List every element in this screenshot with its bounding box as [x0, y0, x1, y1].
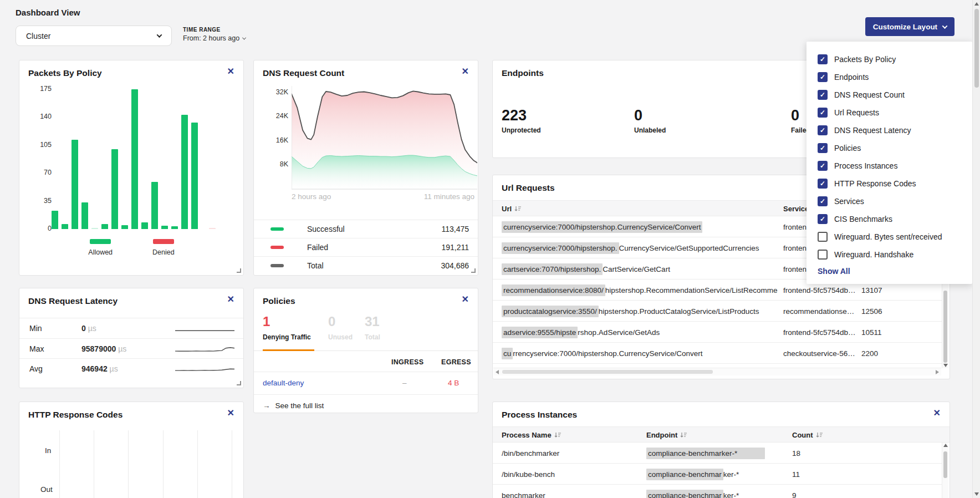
url-text: rshop.AdService/GetAds: [578, 328, 660, 337]
endpoint-cell: compliance-benchmarker-*: [646, 443, 785, 464]
menu-item-http-response-codes[interactable]: ✓HTTP Response Codes: [818, 175, 961, 192]
time-range: TIME RANGE From: 2 hours ago: [183, 27, 246, 42]
close-icon[interactable]: ✕: [226, 294, 236, 305]
table-row[interactable]: productcatalogservice:3550/hipstershop.P…: [493, 301, 942, 322]
menu-item-label: Policies: [834, 144, 861, 153]
service-cell: recommendationse…: [783, 301, 858, 322]
policy-row[interactable]: default-deny–4 B: [254, 372, 478, 395]
table-horizontal-scrollbar[interactable]: [493, 368, 941, 375]
view-select[interactable]: Cluster: [16, 26, 172, 46]
checkbox-checked-icon[interactable]: ✓: [818, 90, 828, 100]
menu-item-wireguard-bytes-sent-received[interactable]: Wireguard. Bytes sent/received: [818, 228, 961, 246]
show-all-link[interactable]: Show All: [818, 267, 961, 276]
checkbox-checked-icon[interactable]: ✓: [818, 196, 828, 206]
menu-item-services[interactable]: ✓Services: [818, 192, 961, 210]
service-cell: frontend-5fc5754db…: [783, 322, 858, 343]
column-header-url[interactable]: Url: [502, 201, 522, 217]
legend-label: Failed: [307, 243, 328, 252]
checkbox-unchecked-icon[interactable]: [818, 250, 828, 260]
close-icon[interactable]: ✕: [932, 408, 942, 419]
menu-item-packets-by-policy[interactable]: ✓Packets By Policy: [818, 50, 961, 68]
close-icon[interactable]: ✕: [461, 66, 470, 77]
grid-line: [59, 430, 60, 498]
highlighted-text: currencyservice:7000/hipstershop.Currenc…: [502, 221, 702, 233]
checkbox-checked-icon[interactable]: ✓: [818, 72, 828, 82]
scrollbar-thumb[interactable]: [943, 451, 947, 478]
resize-handle[interactable]: [237, 381, 241, 385]
menu-item-label: Packets By Policy: [834, 55, 896, 64]
legend-swatch: [153, 239, 174, 244]
area-chart: [292, 86, 477, 192]
checkbox-checked-icon[interactable]: ✓: [818, 214, 828, 224]
menu-item-cis-benchmarks[interactable]: ✓CIS Benchmarks: [818, 210, 961, 228]
table-row[interactable]: adservice:9555/hipstershop.AdService/Get…: [493, 322, 942, 343]
scroll-right-arrow-icon[interactable]: [936, 370, 939, 374]
column-header-service[interactable]: Service: [783, 201, 809, 217]
scroll-up-arrow-icon[interactable]: [974, 2, 979, 6]
tab-unused[interactable]: 0Unused: [328, 315, 353, 341]
scroll-up-arrow-icon[interactable]: [943, 444, 948, 447]
menu-item-process-instances[interactable]: ✓Process Instances: [818, 157, 961, 175]
menu-item-wireguard-handshake[interactable]: Wireguard. Handshake: [818, 246, 961, 263]
stat-unlabeled: 0Unlabeled: [634, 108, 666, 134]
y-axis-label-in: In: [45, 446, 51, 455]
sparkline-path: [175, 369, 234, 370]
column-header-endpoint[interactable]: Endpoint: [646, 427, 687, 443]
scrollbar-thumb[interactable]: [974, 9, 979, 88]
column-header-count[interactable]: Count: [792, 427, 823, 443]
policy-name-link[interactable]: default-deny: [263, 379, 304, 387]
see-full-list-link[interactable]: → See the full list: [263, 402, 324, 410]
table-row[interactable]: /bin/kube-benchcompliance-benchmarker-*1…: [493, 464, 942, 485]
bar: [121, 225, 128, 229]
url-cell: recommendationservice:8080/hipstershop.R…: [502, 280, 778, 301]
sort-icon[interactable]: [514, 206, 522, 212]
scroll-down-arrow-icon[interactable]: [974, 492, 979, 496]
sort-icon[interactable]: [554, 432, 562, 438]
column-header-label: Process Name: [502, 431, 552, 439]
close-icon[interactable]: ✕: [226, 66, 236, 77]
tab-denying-traffic[interactable]: 1Denying Traffic: [263, 315, 316, 341]
scroll-left-arrow-icon[interactable]: [496, 370, 499, 374]
checkbox-checked-icon[interactable]: ✓: [818, 108, 828, 118]
checkbox-checked-icon[interactable]: ✓: [818, 161, 828, 171]
menu-item-endpoints[interactable]: ✓Endpoints: [818, 68, 961, 86]
menu-item-url-requests[interactable]: ✓Url Requests: [818, 104, 961, 121]
checkbox-checked-icon[interactable]: ✓: [818, 179, 828, 189]
scroll-down-arrow-icon[interactable]: [943, 364, 948, 367]
resize-handle[interactable]: [237, 268, 241, 273]
menu-item-dns-request-count[interactable]: ✓DNS Request Count: [818, 86, 961, 104]
service-cell: checkoutservice-56…: [783, 343, 858, 364]
sort-icon[interactable]: [680, 432, 687, 438]
customize-layout-button[interactable]: Customize Layout: [865, 17, 955, 36]
y-axis-tick-label: 32K: [265, 88, 288, 96]
card-title: HTTP Response Codes: [28, 410, 122, 420]
time-range-from-control[interactable]: From: 2 hours ago: [183, 34, 246, 42]
table-row[interactable]: /bin/benchmarkercompliance-benchmarker-*…: [493, 443, 942, 464]
close-icon[interactable]: ✕: [461, 294, 470, 305]
close-icon[interactable]: ✕: [226, 408, 236, 419]
sparkline: [175, 343, 234, 355]
table-vertical-scrollbar[interactable]: [942, 443, 948, 498]
scrollbar-thumb[interactable]: [502, 370, 713, 374]
resize-handle[interactable]: [471, 268, 476, 273]
table-row[interactable]: currencyservice:7000/hipstershop.Currenc…: [493, 343, 942, 364]
grid-line: [232, 430, 232, 498]
checkbox-checked-icon[interactable]: ✓: [818, 143, 828, 153]
chevron-down-icon: [157, 32, 162, 38]
page-scrollbar[interactable]: [972, 0, 980, 498]
url-text: hipstershop.RecommendationService/ListRe…: [605, 286, 778, 294]
sort-icon[interactable]: [816, 432, 823, 438]
count-cell: 9: [792, 485, 836, 498]
menu-item-dns-request-latency[interactable]: ✓DNS Request Latency: [818, 121, 961, 139]
checkbox-unchecked-icon[interactable]: [818, 232, 828, 242]
checkbox-checked-icon[interactable]: ✓: [818, 54, 828, 64]
highlighted-text: adservice:9555/hipste: [502, 327, 578, 338]
tab-total[interactable]: 31Total: [365, 315, 380, 341]
column-header-process-name[interactable]: Process Name: [502, 427, 562, 443]
highlighted-text: compliance-benchmar: [646, 490, 723, 498]
table-row[interactable]: benchmarkercompliance-benchmarker-*9: [493, 485, 942, 498]
policy-ingress-value: –: [402, 379, 407, 387]
menu-item-policies[interactable]: ✓Policies: [818, 139, 961, 157]
checkbox-checked-icon[interactable]: ✓: [818, 125, 828, 135]
scrollbar-thumb[interactable]: [943, 291, 947, 363]
